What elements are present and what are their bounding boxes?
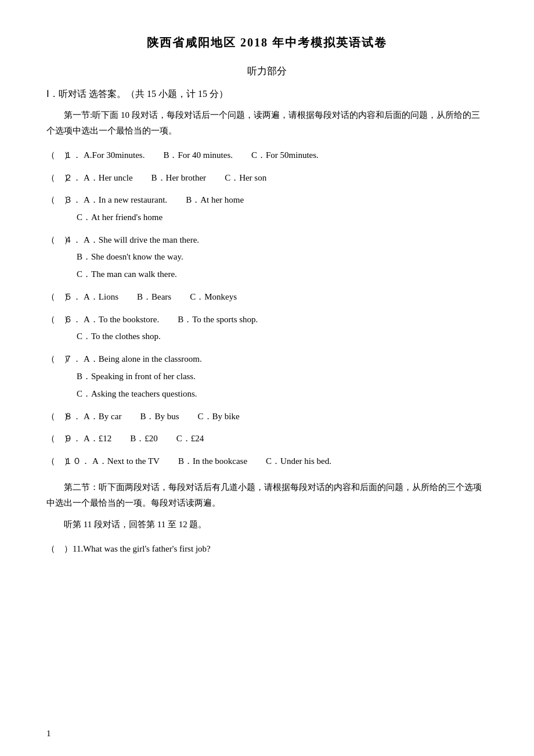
q10-optA: A．Next to the TV xyxy=(92,453,160,470)
q7-optA: A．Being alone in the classroom. xyxy=(84,351,202,368)
q5-num: ５． xyxy=(64,289,81,305)
q2-optA: A．Her uncle xyxy=(84,170,133,186)
q4-num: ４． xyxy=(64,232,81,249)
question-9: （ ） ９． A．£12 B．£20 C．£24 xyxy=(46,430,488,447)
q4-optC: C．The man can walk there. xyxy=(77,265,488,283)
q11-text: （ ）11.What was the girl's father's first… xyxy=(46,541,488,557)
subsection1-label: 听第 11 段对话，回答第 11 至 12 题。 xyxy=(46,517,488,532)
q8-num: ８． xyxy=(64,408,81,425)
listening-section-title: 听力部分 xyxy=(46,64,488,78)
q4-optB: B．She doesn't know the way. xyxy=(77,248,488,265)
q9-bracket: （ ） xyxy=(46,430,63,447)
question-4: （ ） ４． A．She will drive the man there. B… xyxy=(46,232,488,283)
q10-optC: C．Under his bed. xyxy=(266,453,331,470)
q5-bracket: （ ） xyxy=(46,289,63,305)
q9-num: ９． xyxy=(64,430,81,447)
q3-bracket: （ ） xyxy=(46,192,63,208)
q10-bracket: （ ） xyxy=(46,453,63,470)
q6-optA: A．To the bookstore. xyxy=(84,311,159,328)
q5-optB: B．Bears xyxy=(137,289,171,305)
q4-optA: A．She will drive the man there. xyxy=(84,232,199,249)
q6-bracket: （ ） xyxy=(46,311,63,328)
q6-optB: B．To the sports shop. xyxy=(178,311,258,328)
q2-num: ２． xyxy=(64,170,81,186)
question-5: （ ） ５． A．Lions B．Bears C．Monkeys xyxy=(46,289,488,305)
question-11: （ ）11.What was the girl's father's first… xyxy=(46,541,488,557)
q2-optB: B．Her brother xyxy=(151,170,207,186)
question-7: （ ） ７． A．Being alone in the classroom. B… xyxy=(46,351,488,402)
question-1: （ ） １． A.For 30minutes. B．For 40 minutes… xyxy=(46,147,488,164)
page-number: 1 xyxy=(46,729,51,739)
page-title: 陕西省咸阳地区 2018 年中考模拟英语试卷 xyxy=(46,35,488,51)
q1-optB: B．For 40 minutes. xyxy=(163,147,233,164)
q10-optB: B．In the bookcase xyxy=(178,453,247,470)
q6-optC: C．To the clothes shop. xyxy=(77,327,488,345)
question-2: （ ） ２． A．Her uncle B．Her brother C．Her s… xyxy=(46,170,488,186)
q2-bracket: （ ） xyxy=(46,170,63,186)
part1-section2-instruction: 第二节：听下面两段对话，每段对话后有几道小题，请根据每段对话的内容和后面的问题，… xyxy=(46,480,488,511)
q7-optC: C．Asking the teachers questions. xyxy=(77,385,488,402)
q7-num: ７． xyxy=(64,351,81,368)
question-10: （ ） １０． A．Next to the TV B．In the bookca… xyxy=(46,453,488,470)
q3-optC: C．At her friend's home xyxy=(77,208,488,226)
q10-num: １０． xyxy=(64,453,90,470)
q8-optB: B．By bus xyxy=(140,408,179,425)
q8-bracket: （ ） xyxy=(46,408,63,425)
q1-bracket: （ ） xyxy=(46,147,63,164)
q6-num: ６． xyxy=(64,311,81,328)
part1-header: Ⅰ．听对话 选答案。（共 15 小题，计 15 分） xyxy=(46,88,488,100)
q5-optA: A．Lions xyxy=(84,289,118,305)
question-8: （ ） ８． A．By car B．By bus C．By bike xyxy=(46,408,488,425)
q9-optB: B．£20 xyxy=(130,430,158,447)
q4-bracket: （ ） xyxy=(46,232,63,249)
part1-instruction: 第一节:听下面 10 段对话，每段对话后一个问题，读两遍，请根据每段对话的内容和… xyxy=(46,107,488,139)
q3-optB: B．At her home xyxy=(186,192,244,208)
q1-num: １． xyxy=(64,147,81,164)
q5-optC: C．Monkeys xyxy=(190,289,237,305)
question-3: （ ） ３． A．In a new restaurant. B．At her h… xyxy=(46,192,488,226)
q7-bracket: （ ） xyxy=(46,351,63,368)
q1-optA: A.For 30minutes. xyxy=(84,147,145,164)
q2-optC: C．Her son xyxy=(225,170,266,186)
q9-optC: C．£24 xyxy=(176,430,204,447)
q8-optC: C．By bike xyxy=(198,408,240,425)
q9-optA: A．£12 xyxy=(84,430,111,447)
q1-optC: C．For 50minutes. xyxy=(251,147,319,164)
q7-optB: B．Speaking in front of her class. xyxy=(77,368,488,385)
question-6: （ ） ６． A．To the bookstore. B．To the spor… xyxy=(46,311,488,345)
q3-num: ３． xyxy=(64,192,81,208)
q3-optA: A．In a new restaurant. xyxy=(84,192,167,208)
q8-optA: A．By car xyxy=(84,408,121,425)
